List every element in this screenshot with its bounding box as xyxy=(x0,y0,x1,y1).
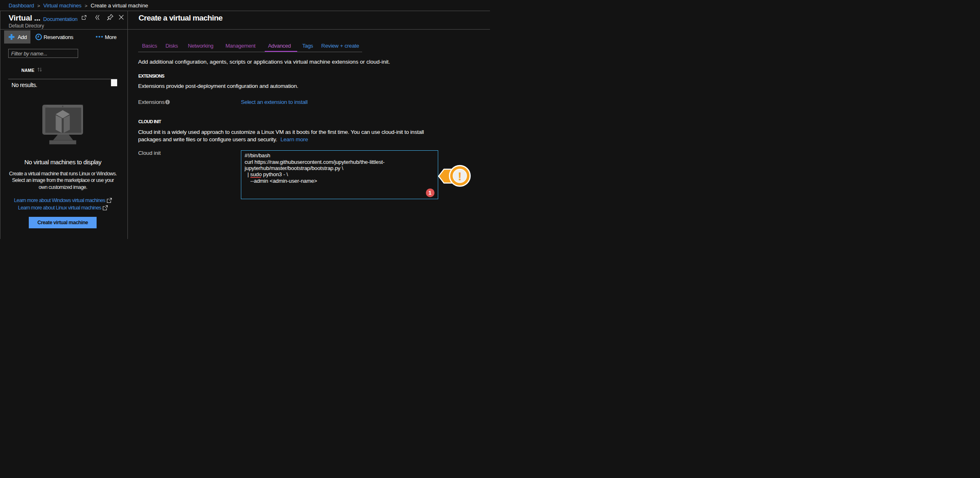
svg-text:!: ! xyxy=(458,170,462,183)
